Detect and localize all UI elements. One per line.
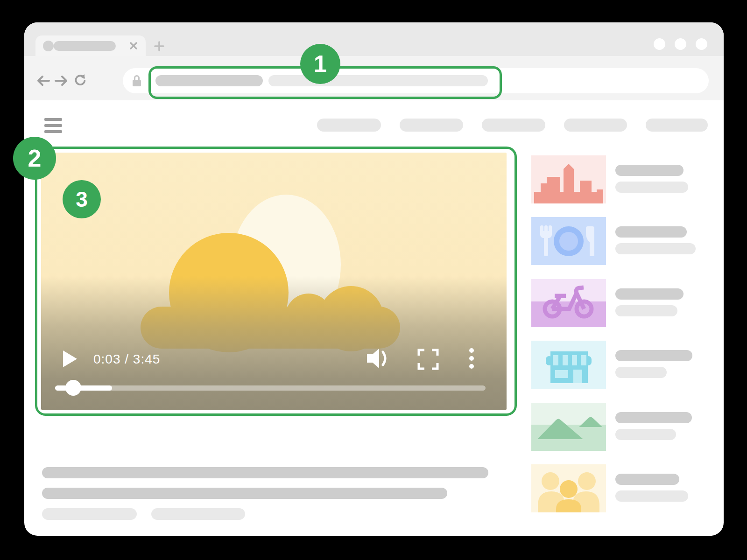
storefront-icon xyxy=(531,341,606,389)
item-title-placeholder xyxy=(615,165,684,176)
item-subtitle-placeholder xyxy=(615,490,688,502)
window-control-dot[interactable] xyxy=(654,38,665,50)
nav-pill[interactable] xyxy=(400,119,463,132)
restaurant-icon xyxy=(531,217,606,265)
item-subtitle-placeholder xyxy=(615,429,676,440)
item-subtitle-placeholder xyxy=(615,182,688,193)
tag-chip-placeholder xyxy=(42,508,137,520)
item-title-placeholder xyxy=(615,288,684,300)
item-title-placeholder xyxy=(615,474,679,485)
mountains-icon xyxy=(531,403,606,451)
back-arrow-icon[interactable] xyxy=(36,75,50,87)
annotation-badge-3: 3 xyxy=(63,180,101,218)
tag-chip-placeholder xyxy=(151,508,245,520)
item-subtitle-placeholder xyxy=(615,305,677,316)
city-skyline-icon xyxy=(531,155,606,203)
item-subtitle-placeholder xyxy=(615,367,667,378)
tab-strip xyxy=(24,22,724,56)
nav-pill[interactable] xyxy=(482,119,545,132)
favicon-placeholder xyxy=(43,41,54,51)
bicycle-icon xyxy=(531,279,606,327)
tab-close-icon[interactable] xyxy=(129,42,138,50)
nav-pills xyxy=(317,119,708,132)
window-controls[interactable] xyxy=(654,38,710,50)
nav-pill[interactable] xyxy=(646,119,708,132)
annotation-badge-2: 2 xyxy=(13,137,56,180)
sidebar-item[interactable] xyxy=(531,217,720,265)
people-icon xyxy=(531,464,606,512)
tab-title-placeholder xyxy=(54,41,116,51)
item-title-placeholder xyxy=(615,226,687,238)
nav-pill[interactable] xyxy=(317,119,381,132)
description-line-placeholder xyxy=(42,488,447,499)
sidebar-item[interactable] xyxy=(531,155,720,203)
annotation-badge-1: 1 xyxy=(300,44,340,84)
new-tab-icon[interactable] xyxy=(154,41,164,51)
lock-icon[interactable] xyxy=(131,74,142,87)
annotation-box-video xyxy=(35,147,517,416)
item-title-placeholder xyxy=(615,412,692,423)
item-subtitle-placeholder xyxy=(615,243,696,254)
window-control-dot[interactable] xyxy=(675,38,686,50)
nav-pill[interactable] xyxy=(564,119,627,132)
sidebar-item[interactable] xyxy=(531,464,720,512)
stage: 0:03 / 3:45 xyxy=(0,0,747,560)
reload-icon[interactable] xyxy=(73,74,87,86)
menu-icon[interactable] xyxy=(44,118,62,133)
description-line-placeholder xyxy=(42,467,488,478)
sidebar-item[interactable] xyxy=(531,341,720,389)
window-control-dot[interactable] xyxy=(696,38,707,50)
forward-arrow-icon[interactable] xyxy=(54,75,68,87)
sidebar-item[interactable] xyxy=(531,403,720,451)
sidebar-item[interactable] xyxy=(531,279,720,327)
browser-tab[interactable] xyxy=(35,35,146,56)
item-title-placeholder xyxy=(615,350,692,361)
